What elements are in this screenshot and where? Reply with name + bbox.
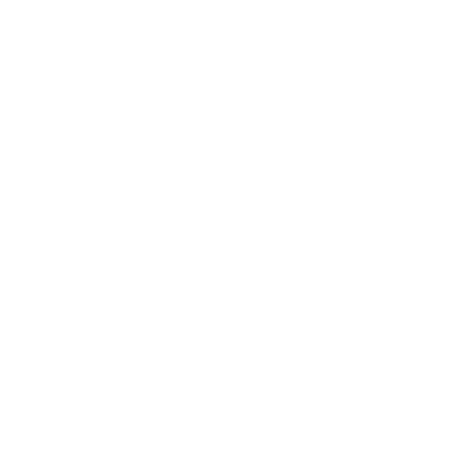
gradient-background [0,0,476,476]
chart-svg [0,0,476,476]
bottleneck-chart [0,0,476,476]
